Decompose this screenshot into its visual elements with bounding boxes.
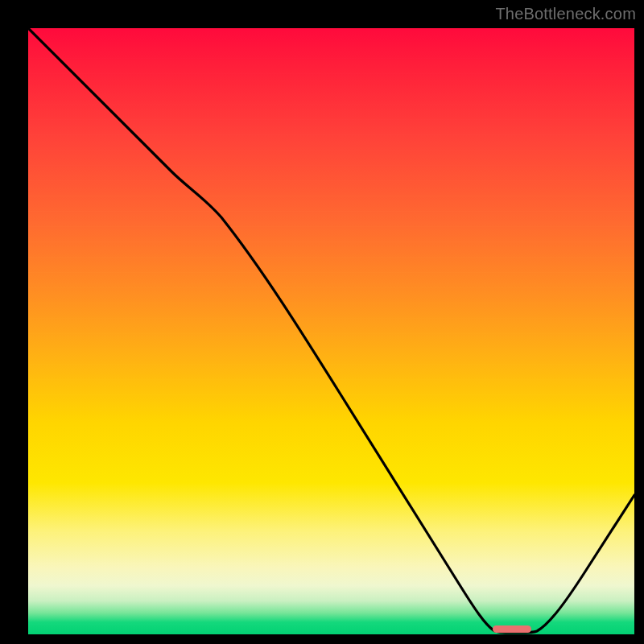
plot-area bbox=[28, 28, 634, 634]
bottleneck-curve bbox=[28, 28, 634, 633]
curve-layer bbox=[28, 28, 634, 634]
watermark-text: TheBottleneck.com bbox=[495, 5, 636, 23]
chart-frame: TheBottleneck.com bbox=[0, 0, 644, 644]
optimal-range-marker bbox=[493, 625, 531, 633]
